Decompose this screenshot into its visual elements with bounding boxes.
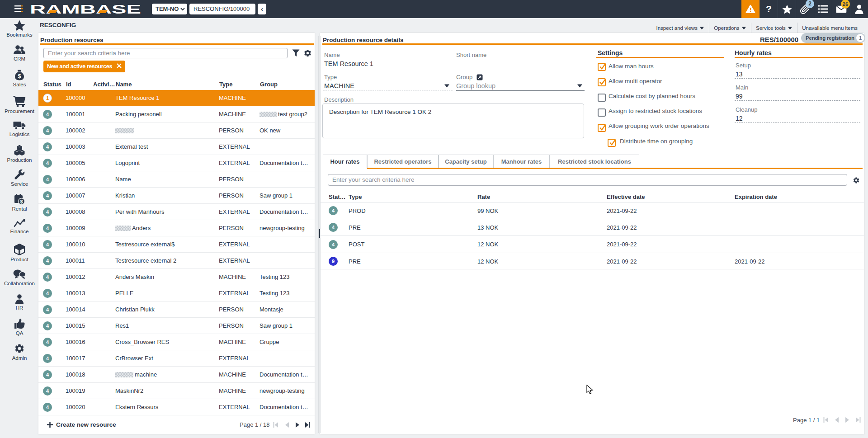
svg-text:$: $ <box>20 199 23 204</box>
svg-text:$: $ <box>18 73 21 80</box>
svg-text:RAMBASE: RAMBASE <box>30 3 141 16</box>
